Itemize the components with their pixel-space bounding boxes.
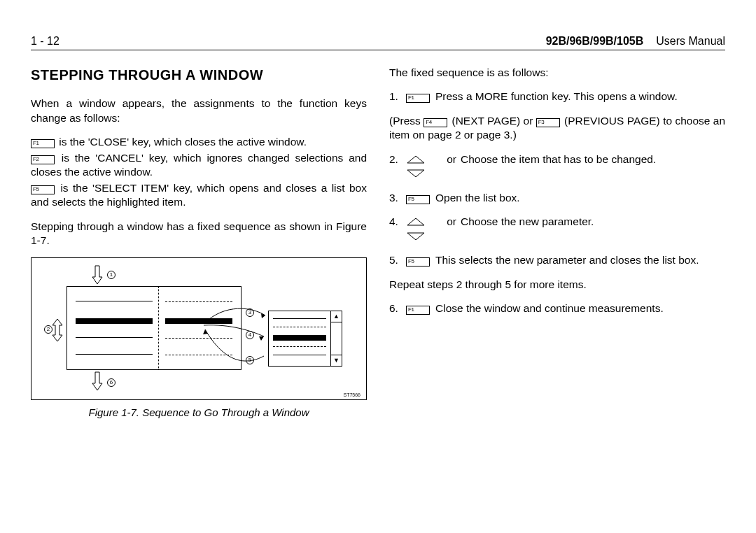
figure-small-label: ST7566 xyxy=(343,392,360,398)
f1-keycap: F1 xyxy=(31,139,55,148)
press-b: (NEXT PAGE) or xyxy=(449,115,536,127)
or-text: or xyxy=(426,215,456,227)
f2-text: is the 'CANCEL' key, which ignores chang… xyxy=(31,152,367,178)
page-number: 1 - 12 xyxy=(31,35,59,48)
or-text: or xyxy=(426,153,456,165)
diagram-list-box: ▲ ▼ xyxy=(268,311,342,367)
step-text: Choose the item that has to be changed. xyxy=(461,152,725,181)
f1-text: is the 'CLOSE' key, which closes the act… xyxy=(56,136,307,148)
f2-description: F2 is the 'CANCEL' key, which ignores ch… xyxy=(31,151,367,180)
step-number: 1. xyxy=(389,90,406,104)
figure-caption: Figure 1-7. Sequence to Go Through a Win… xyxy=(31,406,367,420)
up-arrow-icon xyxy=(406,217,426,227)
diagram-scrollbar: ▲ ▼ xyxy=(330,311,342,366)
f1-description: F1 is the 'CLOSE' key, which closes the … xyxy=(31,135,367,149)
arrow-down-1-icon xyxy=(92,265,103,285)
updown-2-icon xyxy=(51,318,64,342)
step-text: Close the window and continue measuremen… xyxy=(435,301,725,315)
model-number: 92B/96B/99B/105B xyxy=(546,35,644,47)
page: 1 - 12 92B/96B/99B/105BUsers Manual STEP… xyxy=(0,0,756,448)
f5-description: F5 is the 'SELECT ITEM' key, which opens… xyxy=(31,181,367,210)
f5-text: is the 'SELECT ITEM' key, which opens an… xyxy=(31,182,367,208)
step-1: 1. F1 Press a MORE function key. This op… xyxy=(389,90,725,104)
callout-1: 1 xyxy=(107,271,115,279)
f1-keycap: F1 xyxy=(406,94,430,103)
doc-type: Users Manual xyxy=(656,35,725,47)
left-column: STEPPING THROUGH A WINDOW When a window … xyxy=(31,66,367,420)
f5-keycap: F5 xyxy=(406,257,430,266)
step-number: 3. xyxy=(389,191,406,205)
press-a: (Press xyxy=(389,115,424,127)
repeat-note: Repeat steps 2 through 5 for more items. xyxy=(389,278,725,292)
down-arrow-icon xyxy=(406,169,426,178)
content-columns: STEPPING THROUGH A WINDOW When a window … xyxy=(31,66,725,420)
step-text: This selects the new parameter and close… xyxy=(435,253,725,267)
scroll-up-icon: ▲ xyxy=(331,311,342,322)
f3-keycap: F3 xyxy=(536,118,560,127)
scroll-down-icon: ▼ xyxy=(331,355,342,366)
step-text: Open the list box. xyxy=(435,191,725,205)
page-header: 1 - 12 92B/96B/99B/105BUsers Manual xyxy=(31,35,725,50)
step-text: Press a MORE function key. This opens a … xyxy=(435,90,725,104)
f5-keycap: F5 xyxy=(31,185,55,194)
callout-6: 6 xyxy=(107,378,115,387)
step-number: 5. xyxy=(389,253,406,267)
f2-keycap: F2 xyxy=(31,155,55,164)
f5-keycap: F5 xyxy=(406,195,430,204)
step-text: Choose the new parameter. xyxy=(461,215,725,243)
header-right: 92B/96B/99B/105BUsers Manual xyxy=(546,35,725,48)
step-number: 6. xyxy=(389,301,406,315)
intro-paragraph: When a window appears, the assignments t… xyxy=(31,97,367,125)
up-arrow-icon xyxy=(406,155,426,164)
step-2: 2. or Choose the item that has to be cha… xyxy=(389,152,725,181)
arrow-down-6-icon xyxy=(92,371,103,391)
step-5: 5. F5 This selects the new parameter and… xyxy=(389,253,725,267)
section-title: STEPPING THROUGH A WINDOW xyxy=(31,66,367,84)
right-intro: The fixed sequence is as follows: xyxy=(389,66,725,80)
down-arrow-icon xyxy=(406,232,426,241)
press-line: (Press F4 (NEXT PAGE) or F3 (PREVIOUS PA… xyxy=(389,114,725,143)
step-number: 2. xyxy=(389,152,406,181)
step-6: 6. F1 Close the window and continue meas… xyxy=(389,301,725,315)
step-4: 4. or Choose the new parameter. xyxy=(389,215,725,243)
f1-keycap: F1 xyxy=(406,306,430,315)
step-number: 4. xyxy=(389,215,406,243)
f4-keycap: F4 xyxy=(424,118,447,127)
curve-arrows-icon xyxy=(197,296,274,373)
step-3: 3. F5 Open the list box. xyxy=(389,191,725,205)
figure-1-7: ▲ ▼ 1 2 3 4 5 6 xyxy=(31,257,367,400)
sequence-intro: Stepping through a window has a fixed se… xyxy=(31,220,367,248)
right-column: The fixed sequence is as follows: 1. F1 … xyxy=(389,66,725,420)
